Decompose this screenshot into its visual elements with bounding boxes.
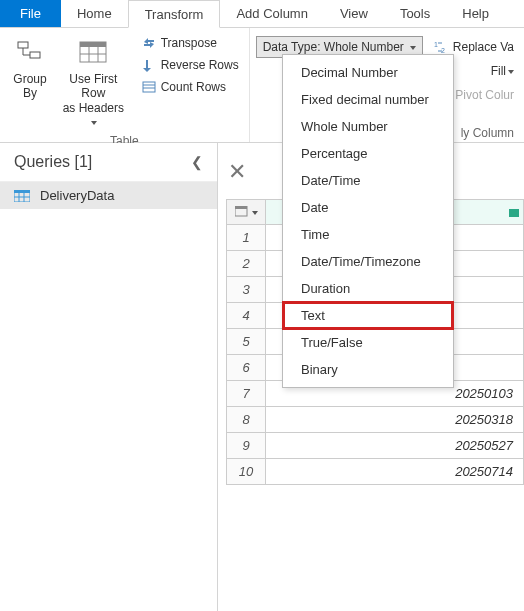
svg-rect-3 xyxy=(80,42,106,47)
row-number: 3 xyxy=(226,277,266,303)
table-headers-icon xyxy=(77,36,109,68)
use-first-row-button[interactable]: Use First Row as Headers xyxy=(54,32,133,134)
table-icon xyxy=(14,190,30,202)
reverse-rows-label: Reverse Rows xyxy=(161,58,239,72)
tab-transform[interactable]: Transform xyxy=(128,0,221,28)
queries-pane: Queries [1] ❮ DeliveryData xyxy=(0,143,218,611)
use-first-row-label: Use First Row as Headers xyxy=(60,72,127,115)
transpose-button[interactable]: Transpose xyxy=(137,32,243,54)
dd-binary[interactable]: Binary xyxy=(283,356,453,383)
tab-tools[interactable]: Tools xyxy=(384,0,446,27)
svg-rect-18 xyxy=(235,206,247,209)
group-by-button[interactable]: Group By xyxy=(6,32,54,105)
svg-text:1: 1 xyxy=(434,41,438,48)
tab-home[interactable]: Home xyxy=(61,0,128,27)
tab-add-column[interactable]: Add Column xyxy=(220,0,324,27)
dd-date[interactable]: Date xyxy=(283,194,453,221)
data-type-dropdown: Decimal Number Fixed decimal number Whol… xyxy=(282,54,454,388)
row-number: 8 xyxy=(226,407,266,433)
dd-date-time[interactable]: Date/Time xyxy=(283,167,453,194)
svg-rect-1 xyxy=(30,52,40,58)
dd-duration[interactable]: Duration xyxy=(283,275,453,302)
dd-true-false[interactable]: True/False xyxy=(283,329,453,356)
svg-rect-0 xyxy=(18,42,28,48)
count-rows-button[interactable]: Count Rows xyxy=(137,76,243,98)
row-number: 7 xyxy=(226,381,266,407)
dd-time[interactable]: Time xyxy=(283,221,453,248)
svg-rect-7 xyxy=(143,82,155,92)
chevron-down-icon xyxy=(408,40,416,54)
group-by-icon xyxy=(14,36,46,68)
pivot-column-button[interactable]: Pivot Colur xyxy=(451,84,518,106)
dd-whole-number[interactable]: Whole Number xyxy=(283,113,453,140)
row-number: 10 xyxy=(226,459,266,485)
chevron-down-icon xyxy=(506,64,514,78)
collapse-icon[interactable]: ❮ xyxy=(191,154,203,170)
tab-help[interactable]: Help xyxy=(446,0,505,27)
reverse-rows-button[interactable]: Reverse Rows xyxy=(137,54,243,76)
transpose-label: Transpose xyxy=(161,36,217,50)
count-rows-icon xyxy=(141,79,157,95)
cell[interactable]: 20250714 xyxy=(266,459,524,485)
dd-date-time-tz[interactable]: Date/Time/Timezone xyxy=(283,248,453,275)
count-rows-label: Count Rows xyxy=(161,80,226,94)
row-number: 2 xyxy=(226,251,266,277)
replace-icon: 12 xyxy=(433,39,449,55)
fill-label: Fill xyxy=(491,64,506,78)
table-corner-button[interactable] xyxy=(226,199,266,225)
tab-view[interactable]: View xyxy=(324,0,384,27)
replace-label: Replace Va xyxy=(453,40,514,54)
transpose-icon xyxy=(141,35,157,51)
queries-title: Queries [1] xyxy=(14,153,92,171)
data-type-label: Data Type: Whole Number xyxy=(263,40,404,54)
cell[interactable]: 20250318 xyxy=(266,407,524,433)
pivot-label: Pivot Colur xyxy=(455,88,514,102)
chevron-down-icon xyxy=(250,205,258,220)
group-by-label: Group By xyxy=(13,72,46,101)
dd-fixed-decimal[interactable]: Fixed decimal number xyxy=(283,86,453,113)
chevron-down-icon xyxy=(89,115,97,129)
close-icon[interactable]: ✕ xyxy=(228,159,246,185)
ribbon-tabs: File Home Transform Add Column View Tool… xyxy=(0,0,524,28)
query-item-label: DeliveryData xyxy=(40,188,114,203)
cell[interactable]: 20250527 xyxy=(266,433,524,459)
tab-file[interactable]: File xyxy=(0,0,61,27)
row-number: 4 xyxy=(226,303,266,329)
dd-decimal-number[interactable]: Decimal Number xyxy=(283,59,453,86)
row-number: 5 xyxy=(226,329,266,355)
fill-button[interactable]: Fill xyxy=(487,60,518,82)
row-number: 9 xyxy=(226,433,266,459)
query-item-deliverydata[interactable]: DeliveryData xyxy=(0,182,217,209)
svg-rect-13 xyxy=(14,190,30,193)
reverse-rows-icon xyxy=(141,57,157,73)
dd-text[interactable]: Text xyxy=(283,302,453,329)
row-number: 6 xyxy=(226,355,266,381)
dd-percentage[interactable]: Percentage xyxy=(283,140,453,167)
row-number: 1 xyxy=(226,225,266,251)
